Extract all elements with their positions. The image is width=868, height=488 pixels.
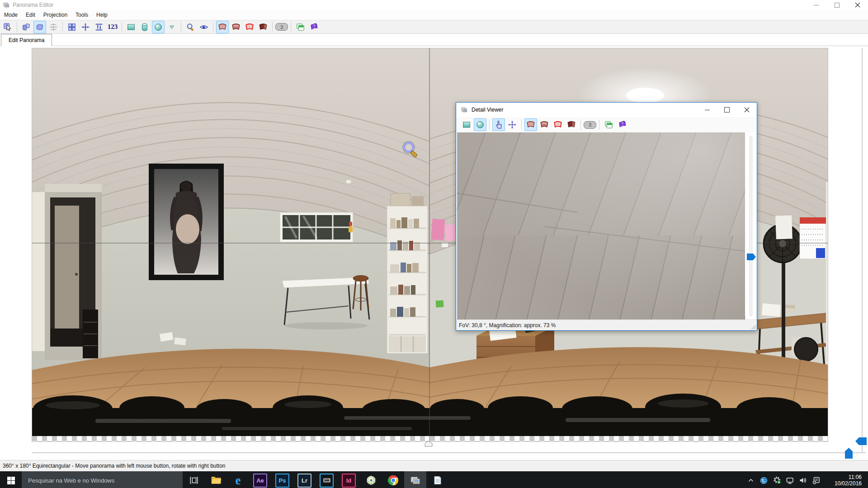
restore-button[interactable]: [826, 0, 847, 10]
cylindrical-projection-button[interactable]: [138, 21, 151, 33]
tray-network-button[interactable]: [783, 471, 797, 488]
dv-windows-button[interactable]: [602, 118, 615, 131]
warp-mode-4-button[interactable]: [257, 21, 269, 33]
eye-icon: [199, 22, 209, 32]
cursor-pano-icon: [3, 22, 13, 32]
warp-mode-3-button[interactable]: [243, 21, 256, 33]
films-tv-icon: [320, 474, 334, 488]
show-individual-images-button[interactable]: [20, 21, 33, 33]
tray-volume-button[interactable]: [797, 471, 810, 488]
menu-projection[interactable]: Projection: [39, 10, 71, 20]
dv-rectilinear-projection-button[interactable]: [460, 118, 473, 131]
purple-book-icon: [309, 22, 319, 32]
close-icon: [744, 107, 750, 113]
pitch-slider-handle[interactable]: [855, 437, 867, 445]
taskbar-notepad[interactable]: [426, 471, 448, 488]
pitch-slider-track[interactable]: [862, 48, 863, 453]
projection-dropdown-button[interactable]: [165, 21, 178, 33]
fit-vertical-button[interactable]: [93, 21, 105, 33]
tray-action-center-button[interactable]: [810, 471, 823, 488]
dv-pan-tool-button[interactable]: [492, 118, 505, 131]
taskbar-edge[interactable]: e: [227, 471, 249, 488]
yaw-slider-track[interactable]: [32, 452, 866, 453]
slider-track[interactable]: [750, 136, 752, 316]
close-icon: [855, 2, 860, 8]
dv-warp-mode-4-button[interactable]: [565, 118, 578, 131]
menu-tools[interactable]: Tools: [71, 10, 92, 20]
rectangle-projection-icon: [462, 120, 472, 130]
taskbar-lightroom[interactable]: Lr: [293, 471, 316, 488]
resize-grip[interactable]: [751, 325, 756, 329]
numeric-transform-button[interactable]: 123: [106, 21, 119, 33]
help-button[interactable]: [307, 21, 320, 33]
warp-mode-1-button[interactable]: [216, 21, 229, 33]
blue-ball-icon: [760, 477, 768, 484]
tab-edit-panorama[interactable]: Edit Panorama: [1, 34, 52, 46]
select-source-image-button[interactable]: [1, 21, 14, 33]
detail-viewer-image[interactable]: [457, 132, 745, 319]
dv-group-3-button[interactable]: 3: [584, 118, 596, 131]
equirectangular-projection-button[interactable]: [152, 21, 165, 33]
portrait-frame: [149, 164, 224, 280]
taskbar-films-tv[interactable]: [316, 471, 338, 488]
yaw-slider-handle[interactable]: [845, 448, 853, 459]
dv-warp-mode-1-button[interactable]: [524, 118, 537, 131]
floor-paper: [174, 338, 186, 346]
multi-pano-icon: [21, 22, 31, 32]
taskbar-sphere-app[interactable]: [360, 471, 382, 488]
fit-panorama-button[interactable]: [66, 21, 78, 33]
toolbar-separator: [489, 120, 490, 130]
network-monitor-icon: [786, 476, 794, 484]
detail-viewer-window: Detail Viewer: [456, 102, 757, 331]
dv-warp-mode-2-button[interactable]: [538, 118, 551, 131]
file-explorer-icon: [210, 474, 222, 486]
menu-mode[interactable]: Mode: [0, 10, 22, 20]
taskbar-after-effects[interactable]: Ae: [249, 471, 271, 488]
preview-button[interactable]: [198, 21, 210, 33]
red-sticker: [349, 222, 352, 226]
photoshop-icon: Ps: [275, 474, 289, 488]
chevron-up-icon: [747, 477, 755, 484]
dv-minimize-button[interactable]: [697, 103, 717, 117]
detail-viewer-toggle-button[interactable]: [294, 21, 307, 33]
tray-update-button[interactable]: [770, 471, 783, 488]
green-windows-icon: [604, 120, 613, 130]
taskbar-indesign[interactable]: Id: [338, 471, 360, 488]
start-button[interactable]: [0, 471, 22, 488]
dv-maximize-button[interactable]: [717, 103, 737, 117]
fit-arrows-icon: [67, 22, 77, 32]
group-3-button[interactable]: 3: [275, 21, 288, 33]
main-toolbar: 123 3: [0, 20, 868, 34]
taskbar-file-explorer[interactable]: [205, 471, 227, 488]
taskbar-chrome[interactable]: [382, 471, 404, 488]
menu-help[interactable]: Help: [92, 10, 112, 20]
dv-close-button[interactable]: [737, 103, 757, 117]
zoom-tool-button[interactable]: [184, 21, 197, 33]
minimize-button[interactable]: [806, 0, 826, 10]
rectilinear-projection-button[interactable]: [125, 21, 137, 33]
warp-mode-2-button[interactable]: [230, 21, 242, 33]
show-blended-panorama-button[interactable]: [33, 21, 46, 33]
indesign-icon: Id: [342, 474, 356, 488]
dv-equirectangular-projection-button[interactable]: [474, 118, 486, 131]
show-grid-button[interactable]: [47, 21, 60, 33]
hand-icon: [494, 120, 504, 130]
taskbar-panorama-editor[interactable]: [404, 471, 426, 488]
dv-warp-mode-3-button[interactable]: [552, 118, 564, 131]
slider-handle[interactable]: [747, 253, 756, 260]
dv-help-button[interactable]: [616, 118, 628, 131]
tray-chevron-button[interactable]: [744, 471, 757, 488]
taskbar-photoshop[interactable]: Ps: [271, 471, 293, 488]
detail-viewer-titlebar[interactable]: Detail Viewer: [456, 103, 757, 117]
menu-edit[interactable]: Edit: [22, 10, 39, 20]
tray-app-button[interactable]: [757, 471, 770, 488]
taskbar-clock[interactable]: 11:06 10/02/2016: [823, 474, 864, 487]
center-panorama-button[interactable]: [79, 21, 92, 33]
task-view-button[interactable]: [183, 471, 205, 488]
numeric-transform-label: 123: [106, 23, 120, 31]
search-input[interactable]: [22, 471, 183, 488]
toolbar-separator: [521, 120, 522, 130]
dv-move-tool-button[interactable]: [506, 118, 519, 131]
warp-flag-icon-1: [217, 22, 227, 32]
close-button[interactable]: [847, 0, 868, 10]
